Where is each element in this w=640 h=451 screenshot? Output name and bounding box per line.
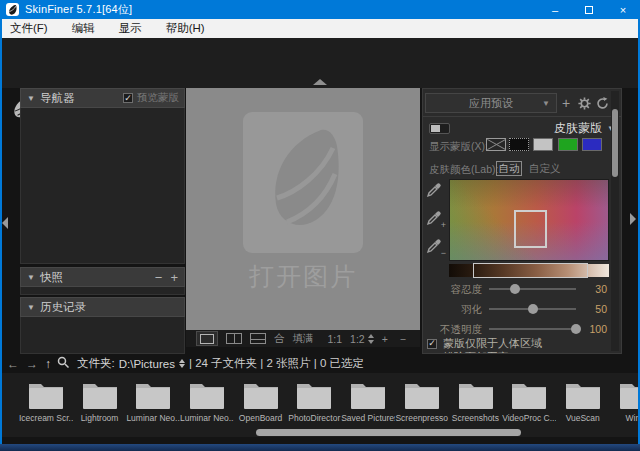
preset-reset-button[interactable]	[594, 95, 610, 111]
divider	[423, 116, 621, 117]
menu-edit[interactable]: 编辑	[60, 19, 107, 38]
history-header[interactable]: ▼ 历史记录	[20, 297, 185, 317]
collapse-right-icon[interactable]	[630, 213, 636, 225]
snapshot-header[interactable]: ▼ 快照 − +	[20, 267, 185, 287]
preset-add-button[interactable]: +	[558, 95, 574, 111]
navigator-header[interactable]: ▼ 导航器 预览蒙版	[20, 88, 185, 108]
image-canvas[interactable]: 打开图片	[186, 88, 420, 330]
folder-item[interactable]: VueScan	[556, 373, 610, 437]
apply-preset-dropdown[interactable]: 应用预设 ▼	[425, 93, 557, 113]
menu-view[interactable]: 显示	[107, 19, 154, 38]
folder-item[interactable]: Screenpresso	[395, 373, 449, 437]
tolerance-knob[interactable]	[510, 284, 520, 294]
skin-color-custom-button[interactable]: 自定义	[529, 162, 561, 176]
title-bar[interactable]: SkinFiner 5.7.1[64位] – ×	[0, 0, 640, 19]
minimize-button[interactable]: –	[538, 0, 572, 19]
zoom-spinner[interactable]	[368, 334, 374, 344]
zoom-1-1-button[interactable]: 1:1	[328, 333, 343, 345]
toolbar: ? i 批量处理...	[0, 38, 640, 88]
app-logo-icon	[6, 3, 19, 16]
folder-item[interactable]: VideoProc C...	[502, 373, 556, 437]
folder-item[interactable]: PhotoDirector	[287, 373, 341, 437]
mask-swatch-blue[interactable]	[582, 138, 602, 151]
snapshot-add-button[interactable]: +	[170, 270, 178, 285]
view-split-vertical-button[interactable]	[226, 333, 242, 344]
scrollbar-thumb[interactable]	[612, 109, 618, 177]
history-caret-icon: ▼	[27, 303, 35, 312]
tolerance-value: 30	[577, 283, 607, 295]
folder-item[interactable]: Icecream Scr...	[19, 373, 73, 437]
zoom-ratio-value[interactable]: 1:2	[350, 333, 365, 345]
skin-color-field[interactable]	[449, 179, 609, 261]
folder-path[interactable]: D:\Pictures	[119, 358, 175, 370]
view-fill-button[interactable]: 填满	[293, 332, 314, 346]
open-image-label[interactable]: 打开图片	[186, 260, 420, 293]
shelf-horizontal-scrollbar[interactable]	[256, 429, 521, 436]
feather-label: 羽化	[423, 303, 482, 317]
nav-back-icon[interactable]: ←	[7, 357, 19, 371]
feather-track[interactable]	[489, 308, 576, 310]
folder-item[interactable]: Lightroom	[73, 373, 127, 437]
folder-item[interactable]: Saved Pictures	[341, 373, 395, 437]
collapse-left-icon[interactable]	[2, 217, 8, 229]
preset-settings-button[interactable]	[576, 95, 592, 111]
close-button[interactable]: ×	[606, 0, 640, 19]
feather-knob[interactable]	[528, 304, 538, 314]
folder-label: 文件夹:	[77, 356, 115, 371]
mask-swatch-green[interactable]	[558, 138, 578, 151]
tolerance-track[interactable]	[489, 288, 576, 290]
eyedropper-add-icon[interactable]: +	[426, 210, 444, 228]
zoom-out-button[interactable]: −	[400, 333, 406, 345]
show-mask-label: 显示蒙版(X):	[429, 140, 488, 154]
view-single-button[interactable]	[196, 331, 218, 346]
maximize-button[interactable]	[572, 0, 606, 19]
menu-bar: 文件(F) 编辑 显示 帮助(H)	[0, 19, 640, 38]
folder-item[interactable]: OpenBoard	[234, 373, 288, 437]
history-title: 历史记录	[40, 300, 86, 315]
search-icon[interactable]	[57, 356, 69, 371]
luminance-range-handle[interactable]	[473, 263, 588, 278]
folder-item[interactable]: Luminar Neo...	[180, 373, 234, 437]
folder-item[interactable]: Win...	[610, 373, 640, 437]
mask-swatch-none[interactable]	[486, 138, 506, 151]
snapshot-remove-button[interactable]: −	[155, 270, 163, 285]
snapshot-title: 快照	[40, 270, 63, 285]
nav-up-icon[interactable]: ↑	[45, 357, 51, 371]
view-merge-button[interactable]: 合	[274, 332, 285, 346]
skin-mask-header[interactable]: 皮肤蒙版 ▼	[554, 120, 615, 137]
browser-status-bar: ← → ↑ 文件夹: D:\Pictures | 24 子文件夹 | 2 张照片…	[0, 354, 640, 373]
skin-color-auto-button[interactable]: 自动	[496, 161, 522, 176]
nav-forward-icon[interactable]: →	[26, 357, 38, 371]
opacity-track[interactable]	[489, 328, 576, 330]
menu-file[interactable]: 文件(F)	[0, 19, 60, 38]
view-split-horizontal-button[interactable]	[250, 333, 266, 344]
folder-item[interactable]: Screenshots	[449, 373, 503, 437]
folder-item[interactable]: Luminar Neo...	[126, 373, 180, 437]
mask-swatch-gray[interactable]	[533, 138, 553, 151]
mask-swatch-black[interactable]	[509, 138, 529, 151]
limit-body-checkbox[interactable]	[427, 339, 437, 349]
navigator-caret-icon: ▼	[27, 94, 35, 103]
preview-mask-checkbox[interactable]	[123, 93, 133, 103]
menu-help[interactable]: 帮助(H)	[154, 19, 217, 38]
eyedropper-remove-icon[interactable]: −	[426, 238, 444, 256]
preview-mask-label: 预览蒙版	[137, 91, 179, 105]
right-panel-scrollbar[interactable]	[611, 91, 619, 351]
feather-value: 50	[577, 303, 607, 315]
snapshot-list	[20, 287, 185, 295]
collapse-top-icon[interactable]	[313, 79, 327, 85]
view-toolbar: 合 填满 1:1 1:2 + −	[186, 330, 420, 347]
window-border-left	[0, 19, 2, 444]
window-border-bottom[interactable]	[0, 444, 640, 451]
opacity-label: 不透明度	[423, 323, 482, 337]
opacity-value: 100	[577, 323, 607, 335]
limit-body-checkbox-row[interactable]: 蒙版仅限于人体区域	[427, 336, 542, 351]
limit-body-label: 蒙版仅限于人体区域	[443, 336, 542, 351]
zoom-in-button[interactable]: +	[382, 333, 388, 345]
luminance-strip[interactable]	[449, 264, 609, 277]
color-selection-rect[interactable]	[514, 210, 547, 248]
eyedropper-icon[interactable]	[426, 182, 444, 200]
skin-mask-toggle[interactable]	[429, 123, 450, 134]
folder-sort-icon[interactable]	[179, 359, 185, 368]
folder-shelf: Icecream Scr... Lightroom Luminar Neo...…	[0, 373, 640, 437]
